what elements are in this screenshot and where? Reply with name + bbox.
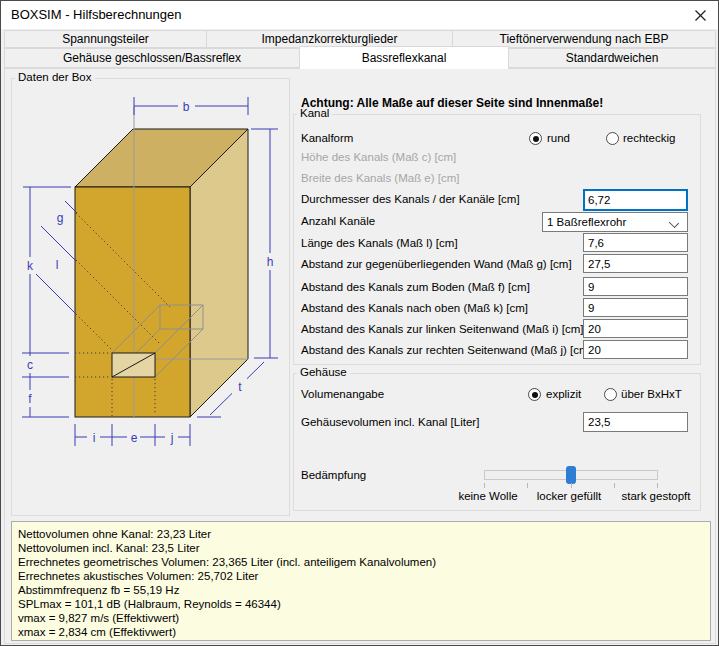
result-line: Errechnetes akustisches Volumen: 25,702 …: [18, 569, 710, 583]
label-volumenangabe: Volumenangabe: [301, 388, 384, 400]
radio-rechteckig[interactable]: [606, 132, 619, 145]
input-abstand-oben[interactable]: [583, 298, 688, 317]
slider-label-locker-gefuellt: locker gefüllt: [537, 490, 602, 502]
radio-label-explizit[interactable]: explizit: [546, 388, 581, 400]
slider-tick: [484, 483, 485, 488]
label-hoehe-kanal: Höhe des Kanals (Maß c) [cm]: [301, 151, 456, 163]
dim-label-l: l: [56, 258, 59, 272]
slider-label-stark-gestopft: stark gestopft: [621, 490, 690, 502]
result-line: xmax = 2,834 cm (Effektivwert): [18, 625, 710, 639]
label-bedaempfung: Bedämpfung: [301, 469, 366, 481]
close-icon: [695, 10, 706, 21]
radio-label-ueber-bxhxt[interactable]: über BxHxT: [621, 388, 682, 400]
slider-tick: [527, 483, 528, 488]
results-panel: Nettovolumen ohne Kanal: 23,23 Liter Net…: [11, 521, 711, 641]
close-button[interactable]: [686, 3, 714, 27]
dim-label-k: k: [27, 259, 34, 273]
input-durchmesser[interactable]: [583, 189, 688, 211]
result-line: SPLmax = 101,1 dB (Halbraum, Reynolds = …: [18, 597, 710, 611]
label-abstand-boden: Abstand des Kanals zum Boden (Maß f) [cm…: [301, 281, 530, 293]
radio-explizit[interactable]: [528, 388, 541, 401]
radio-label-rund[interactable]: rund: [547, 132, 570, 144]
label-abstand-oben: Abstand des Kanals nach oben (Maß k) [cm…: [301, 302, 528, 314]
select-anzahl-value: 1 Baßreflexrohr: [547, 216, 626, 228]
tab-bassreflexkanal[interactable]: Bassreflexkanal: [299, 46, 509, 69]
radio-label-rechteckig[interactable]: rechteckig: [623, 132, 675, 144]
input-abstand-wand[interactable]: [583, 254, 688, 273]
input-gehaeusevolumen[interactable]: [583, 412, 688, 432]
port-opening: [112, 353, 155, 377]
input-laenge-kanal[interactable]: [583, 233, 688, 252]
group-label-gehaeuse: Gehäuse: [297, 366, 350, 378]
group-label-kanal: Kanal: [297, 107, 332, 119]
label-gehaeusevolumen: Gehäusevolumen incl. Kanal [Liter]: [301, 416, 479, 428]
label-abstand-wand: Abstand zur gegenüberliegenden Wand (Maß…: [301, 258, 572, 270]
box-front-face: [75, 187, 190, 417]
window-title: BOXSIM - Hilfsberechnungen: [11, 7, 182, 22]
label-abstand-links: Abstand des Kanals zur linken Seitenwand…: [301, 323, 584, 335]
result-line: Nettovolumen incl. Kanal: 23,5 Liter: [18, 541, 710, 555]
radio-ueber-bxhxt[interactable]: [604, 388, 617, 401]
dim-label-j: j: [170, 431, 174, 445]
slider-tick: [657, 483, 658, 488]
dim-label-g: g: [57, 211, 64, 225]
result-line: Abstimmfrequenz fb = 55,19 Hz: [18, 583, 710, 597]
dim-label-i: i: [93, 431, 96, 445]
title-bar: BOXSIM - Hilfsberechnungen: [1, 1, 718, 29]
slider-tick: [614, 483, 615, 488]
result-line: Nettovolumen ohne Kanal: 23,23 Liter: [18, 527, 710, 541]
bedaempfung-slider-thumb[interactable]: [566, 466, 576, 484]
dim-label-e: e: [131, 431, 138, 445]
dim-label-b: b: [183, 100, 190, 114]
label-abstand-rechts: Abstand des Kanals zur rechten Seitenwan…: [301, 344, 592, 356]
label-laenge-kanal: Länge des Kanals (Maß l) [cm]: [301, 237, 458, 249]
slider-tick: [571, 483, 572, 488]
slider-label-keine-wolle: keine Wolle: [458, 490, 517, 502]
result-line: vmax = 9,827 m/s (Effektivwert): [18, 611, 710, 625]
label-durchmesser: Durchmesser des Kanals / der Kanäle [cm]: [301, 193, 520, 205]
select-anzahl-kanaele[interactable]: 1 Baßreflexrohr: [542, 212, 688, 232]
dim-label-h: h: [267, 255, 274, 269]
tab-spannungsteiler[interactable]: Spannungsteiler: [4, 30, 207, 48]
group-label-daten-der-box: Daten der Box: [15, 71, 95, 83]
input-abstand-boden[interactable]: [583, 277, 688, 296]
result-line: Errechnetes geometrisches Volumen: 23,36…: [18, 555, 710, 569]
tab-gehaeuse-geschlossen[interactable]: Gehäuse geschlossen/Bassreflex: [4, 48, 300, 68]
input-abstand-links[interactable]: [583, 319, 688, 338]
dialog-window: BOXSIM - Hilfsberechnungen Spannungsteil…: [0, 0, 719, 646]
radio-rund[interactable]: [529, 132, 542, 145]
notice-innenmasse: Achtung: Alle Maße auf dieser Seite sind…: [301, 96, 603, 110]
label-anzahl-kanaele: Anzahl Kanäle: [301, 215, 375, 227]
dim-label-c: c: [27, 358, 33, 372]
box-diagram: b h t k c f g l i e j: [11, 84, 289, 516]
label-kanalform: Kanalform: [301, 132, 353, 144]
chevron-down-icon: [669, 218, 679, 228]
tab-standardweichen[interactable]: Standardweichen: [508, 48, 716, 68]
input-abstand-rechts[interactable]: [583, 340, 688, 359]
label-breite-kanal: Breite des Kanals (Maß e) [cm]: [301, 172, 460, 184]
